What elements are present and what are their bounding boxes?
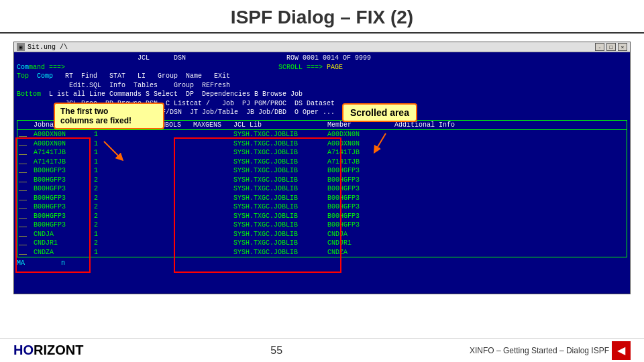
- footer-breadcrumb: XINFO – Getting Started – Dialog ISPF ◀: [470, 341, 631, 360]
- logo-rizont: RIZONT: [34, 343, 83, 357]
- ispf-titlebar: ▣ Sit.ung /\ - □ ×: [14, 42, 630, 52]
- fixed-cols-annotation-text: The first twocolumns are fixed!: [60, 107, 131, 125]
- page-title: ISPF Dialog – FIX (2): [0, 0, 644, 34]
- ispf-titlebar-left: ▣ Sit.ung /\: [17, 43, 68, 51]
- svg-line-0: [104, 141, 121, 158]
- table-row: __ B00HGFP3 2 SYSH.TXGC.JOBLIB B00HGFP3: [17, 212, 627, 221]
- ispf-menu-row-3: Bottom L ist all Line Commands S Select …: [17, 90, 627, 99]
- close-button[interactable]: ×: [618, 43, 627, 51]
- ispf-header-row-1: JCL DSN ROW 0001 0014 OF 9999: [17, 54, 627, 63]
- table-row: __ B00HGFP3 2 SYSH.TXGC.JOBLIB B00HGFP3: [17, 184, 627, 194]
- ispf-window: ▣ Sit.ung /\ - □ × JCL DSN: [13, 42, 631, 294]
- ispf-status-bar: MA n: [17, 259, 627, 268]
- scrolled-area-annotation: Scrolled area: [342, 103, 417, 122]
- ispf-titlebar-controls[interactable]: - □ ×: [595, 43, 627, 51]
- table-row: __ CNDZA 1 SYSH.TXGC.JOBLIB CNDZA: [17, 248, 627, 257]
- ispf-menu-row-2: Edit.SQL Info Tables Group REFresh: [17, 81, 627, 90]
- main-content: ▣ Sit.ung /\ - □ × JCL DSN: [0, 34, 644, 294]
- table-row: __ CNDJA 1 SYSH.TXGC.JOBLIB CNDJA: [17, 230, 627, 239]
- table-row: __ CNDJR1 2 SYSH.TXGC.JOBLIB CNDJR1: [17, 239, 627, 248]
- fixed-cols-arrow: [101, 138, 127, 165]
- footer-breadcrumb-text: XINFO – Getting Started – Dialog ISPF: [470, 346, 609, 355]
- table-row: __ B00HGFP3 2 SYSH.TXGC.JOBLIB B00HGFP3: [17, 176, 627, 185]
- ispf-menu-row-1: Top Comp RT Find STAT LI Group Name EXit: [17, 72, 627, 81]
- footer-nav-button[interactable]: ◀: [612, 341, 631, 360]
- scrolled-area-text: Scrolled area: [350, 107, 409, 118]
- table-row: __ B00HGFP3 2 SYSH.TXGC.JOBLIB B00HGFP3: [17, 194, 627, 203]
- footer: HORIZONT 55 XINFO – Getting Started – Di…: [0, 338, 644, 362]
- ispf-body: JCL DSN ROW 0001 0014 OF 9999 Command ==…: [14, 52, 630, 294]
- scrolled-area-arrow: [369, 130, 402, 157]
- table-row: __ B00HGFP3 1 SYSH.TXGC.JOBLIB B00HGFP3: [17, 166, 627, 176]
- minimize-button[interactable]: -: [595, 43, 604, 51]
- footer-page-number: 55: [270, 345, 282, 357]
- logo-ho: HO: [13, 343, 34, 357]
- table-row: __ B00HGFP3 2 SYSH.TXGC.JOBLIB B00HGFP3: [17, 202, 627, 212]
- ispf-container: ▣ Sit.ung /\ - □ × JCL DSN: [13, 39, 631, 294]
- table-row: __ B00HGFP3 2 SYSH.TXGC.JOBLIB B00HGFP3: [17, 221, 627, 230]
- fixed-cols-annotation: The first twocolumns are fixed!: [54, 103, 164, 129]
- maximize-button[interactable]: □: [606, 43, 616, 51]
- ispf-titlebar-title: Sit.ung /\: [28, 44, 68, 51]
- svg-line-1: [376, 133, 386, 150]
- footer-logo: HORIZONT: [13, 343, 83, 358]
- ispf-cmd-row: Command ===> SCROLL ===> PAGE: [17, 63, 627, 72]
- ispf-window-icon: ▣: [17, 43, 25, 51]
